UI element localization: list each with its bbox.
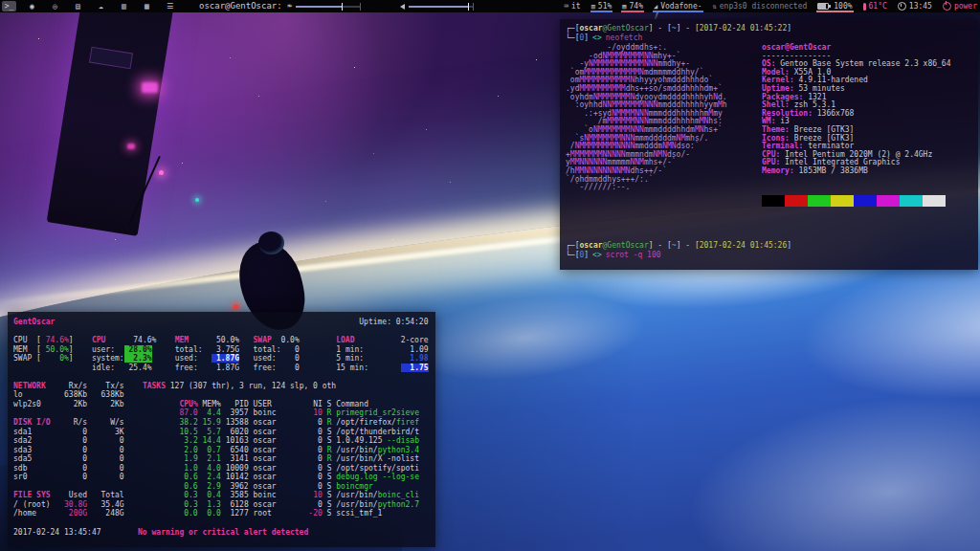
prompt-sep: ] - [: [677, 241, 700, 250]
ethernet-status-label: enp3s0 disconnected: [720, 2, 808, 11]
glances-line: [13, 372, 430, 382]
glances-line: 87.0 4.4 3957 boinc 10 R primegrid_sr2si…: [13, 408, 430, 418]
palette-color-block: [762, 195, 785, 207]
prompt-frame: └─[: [566, 251, 579, 259]
memory-usage-module[interactable]: 74%: [621, 0, 644, 12]
prompt-line-1: ┌─[oscar@GentOscar] - [~] - [2017-02-24 …: [566, 24, 972, 33]
glances-monitor-window[interactable]: GentOscar Uptime: 0:54:20CPU [ 74.6%] CP…: [8, 312, 435, 547]
gauge2-icon: [622, 2, 626, 11]
battery-label: 100%: [834, 2, 852, 11]
glances-line: DISK I/O R/s W/s 38.2 15.9 13588 oscar 0…: [13, 418, 430, 428]
command-neofetch: neofetch: [606, 33, 643, 42]
glances-line: [13, 518, 430, 528]
prompt-frame: ]: [584, 251, 589, 259]
glances-lines: GentOscar Uptime: 0:54:20CPU [ 74.6%] CP…: [13, 318, 430, 537]
neofetch-info: oscar@GentOscar --------------- OS: Gent…: [762, 44, 950, 176]
palette-color-block: [900, 195, 923, 207]
launcher-terminal-icon[interactable]: >_: [2, 1, 16, 11]
prompt-user: oscar: [579, 241, 602, 250]
prompt-arrow: <>: [592, 33, 602, 42]
glances-line: GentOscar Uptime: 0:54:20: [13, 318, 430, 327]
red-light-dot: [234, 304, 238, 309]
battery-icon: [817, 3, 829, 10]
prompt-timestamp: 2017-02-24 01:45:26: [700, 241, 788, 250]
glances-line: idle: 25.4% free: 1.87G free: 0 15 min: …: [13, 364, 430, 373]
volume-slider-handle[interactable]: [468, 3, 469, 11]
temperature-module[interactable]: 61°C: [862, 0, 888, 12]
prompt-sep: ] - [: [649, 241, 672, 250]
brightness-slider-handle[interactable]: [342, 3, 343, 11]
prompt-frame: └─[: [566, 33, 579, 42]
battery-module[interactable]: 100%: [816, 0, 853, 12]
neofetch-logo-line: `-//////:--.: [566, 184, 972, 192]
glances-line: 2017-02-24 13:45:47 No warning or critic…: [13, 528, 430, 538]
command-line-2: └─[0]<>scrot -q 100: [566, 251, 972, 260]
glances-line: 0.6 2.9 3962 oscar 0 S boincmgr: [13, 482, 430, 492]
glances-line: sda1 0 3K 10.5 5.7 6020 oscar 0 S /opt/t…: [13, 428, 430, 437]
launcher-chromium-icon[interactable]: ◎: [48, 1, 62, 11]
palette-color-block: [808, 195, 831, 207]
prompt-frame: ┌─[: [566, 24, 579, 33]
power-module[interactable]: power: [942, 0, 978, 12]
brightness-slider[interactable]: [296, 6, 361, 8]
volume-icon: [400, 4, 405, 10]
keyboard-icon: [564, 2, 568, 11]
palette-color-block: [831, 195, 854, 207]
glances-line: sdb 0 0 1.0 4.0 10009 oscar 0 S /opt/spo…: [13, 464, 430, 474]
glances-line: CPU [ 74.6%] CPU 74.6% MEM 50.0% SWAP 0.…: [13, 336, 430, 345]
keyboard-layout-module[interactable]: it: [563, 0, 581, 12]
prompt-user: oscar: [579, 24, 602, 33]
glances-line: /home 200G 248G 0.0 0.0 1277 root -20 S …: [13, 509, 430, 518]
status-modules: it51%74%Vodafone-enp3s0 disconnected100%…: [563, 0, 978, 12]
prompt-frame: ]: [787, 241, 791, 250]
palette-color-block: [854, 195, 877, 207]
station-light: [159, 170, 164, 175]
brightness-control[interactable]: ☀: [287, 0, 361, 12]
launcher-app-grid-1-icon[interactable]: ▦: [140, 1, 154, 11]
temperature-label: 61°C: [869, 2, 887, 11]
terminal-color-palette: [762, 195, 946, 207]
terminal-window[interactable]: ┌─[oscar@GentOscar] - [~] - [2017-02-24 …: [560, 19, 978, 270]
glances-line: lo 638Kb 638Kb: [13, 390, 430, 400]
cpu-usage-module[interactable]: 51%: [590, 0, 613, 12]
launcher-file-manager-icon[interactable]: ▤: [71, 1, 85, 11]
wifi-icon: [654, 2, 657, 11]
palette-color-block: [877, 195, 900, 207]
power-icon: [943, 2, 951, 11]
brightness-icon: ☀: [287, 2, 292, 11]
clock-icon: [898, 2, 906, 11]
glances-line: sr0 0 0 0.6 2.4 10142 oscar 0 S debug.lo…: [13, 473, 430, 482]
station-light: [127, 143, 135, 149]
launcher-app-grid-2-icon[interactable]: ☰: [163, 1, 177, 11]
gauge-icon: [591, 2, 595, 11]
prompt-host: @GentOscar: [603, 241, 649, 250]
glances-line: SWAP [ 0%] system: 2.3% used: 1.87G used…: [13, 354, 430, 364]
power-label: power: [954, 2, 977, 11]
prompt-timestamp: 2017-02-24 01:45:22: [700, 24, 788, 33]
launcher-icons: >_◉◎▤☁▥▦☰: [2, 0, 177, 12]
cpu-usage-label: 51%: [598, 2, 612, 11]
launcher-firefox-icon[interactable]: ◉: [25, 1, 39, 11]
command-scrot: scrot -q 100: [606, 251, 661, 259]
launcher-text-editor-icon[interactable]: ▥: [117, 1, 131, 11]
eth-icon: [713, 2, 717, 11]
palette-color-block: [923, 195, 946, 207]
prompt-sep: ] - [: [677, 24, 700, 33]
launcher-cloud-app-icon[interactable]: ☁: [94, 1, 108, 11]
glances-line: / (root) 30.8G 35.4G 0.3 1.3 6128 oscar …: [13, 500, 430, 510]
window-title: oscar@GentOscar: ~: [199, 0, 293, 12]
volume-slider[interactable]: [409, 6, 474, 8]
glances-line: sda2 0 0 3.2 14.4 10163 oscar 0 S 1.0.49…: [13, 436, 430, 446]
prompt-frame: ┌─[: [566, 241, 579, 250]
prompt-frame: ]: [584, 33, 589, 42]
ethernet-status-module[interactable]: enp3s0 disconnected: [712, 0, 809, 12]
glances-line: NETWORK Rx/s Tx/s TASKS 127 (307 thr), 3…: [13, 382, 430, 391]
space-station-silhouette: [47, 0, 176, 236]
stars: [38, 38, 39, 39]
prompt-host: @GentOscar: [603, 24, 649, 33]
command-line-1: └─[0]<>neofetch: [566, 33, 972, 43]
palette-color-block: [785, 195, 808, 207]
wifi-network-module[interactable]: Vodafone-: [653, 0, 703, 12]
volume-control[interactable]: [400, 0, 474, 12]
clock-module[interactable]: 13:45: [897, 0, 933, 12]
